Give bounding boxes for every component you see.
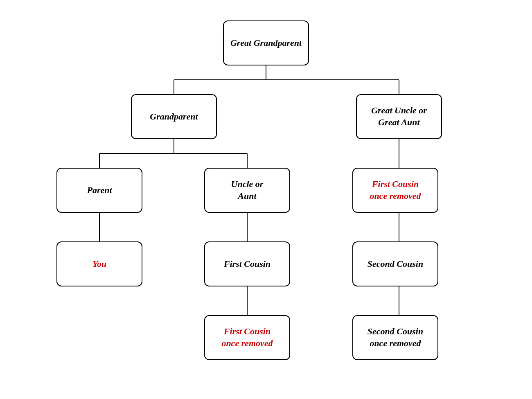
node-you: You: [56, 241, 142, 286]
node-uncle-aunt: Uncle orAunt: [204, 168, 290, 213]
node-label-second-cousin-once-removed: Second Cousinonce removed: [367, 326, 423, 349]
node-label-second-cousin: Second Cousin: [367, 258, 423, 270]
node-label-grandparent: Grandparent: [150, 111, 198, 123]
node-great-grandparent: Great Grandparent: [223, 20, 309, 65]
node-grandparent: Grandparent: [131, 94, 217, 139]
node-first-cousin: First Cousin: [204, 241, 290, 286]
node-label-great-grandparent: Great Grandparent: [230, 37, 302, 49]
family-tree-diagram: Great Grandparent Grandparent Great Uncl…: [0, 0, 532, 399]
node-great-uncle-aunt: Great Uncle orGreat Aunt: [356, 94, 442, 139]
node-label-first-cousin-once-removed-top: First Cousinonce removed: [370, 178, 421, 202]
node-second-cousin: Second Cousin: [352, 241, 438, 286]
node-second-cousin-once-removed: Second Cousinonce removed: [352, 315, 438, 360]
node-parent: Parent: [56, 168, 142, 213]
node-label-first-cousin-once-removed-bottom: First Cousinonce removed: [221, 326, 273, 349]
node-label-first-cousin: First Cousin: [224, 258, 271, 270]
node-label-parent: Parent: [87, 185, 112, 196]
node-first-cousin-once-removed-bottom: First Cousinonce removed: [204, 315, 290, 360]
node-label-uncle-aunt: Uncle orAunt: [231, 178, 264, 202]
node-first-cousin-once-removed-top: First Cousinonce removed: [352, 168, 438, 213]
node-label-you: You: [92, 258, 106, 270]
node-label-great-uncle-aunt: Great Uncle orGreat Aunt: [371, 105, 427, 128]
